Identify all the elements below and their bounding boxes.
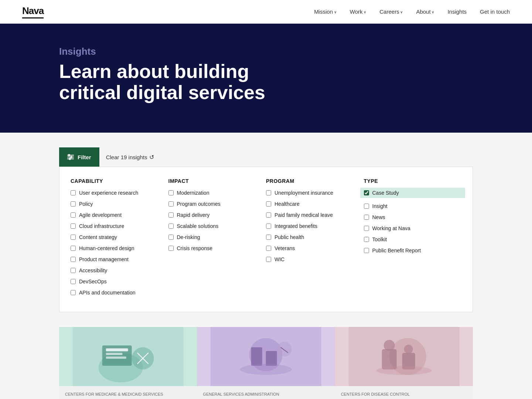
svg-point-21 <box>404 345 413 354</box>
filter-option[interactable]: Scalable solutions <box>168 223 266 229</box>
filter-button[interactable]: Filter <box>59 147 99 167</box>
reset-icon: ↺ <box>149 154 154 161</box>
filter-option[interactable]: Insight <box>364 203 462 209</box>
svg-rect-12 <box>266 351 277 366</box>
filter-col-capability: Capability User experience research Poli… <box>71 178 168 301</box>
clear-filters-button[interactable]: Clear 19 insights ↺ <box>106 154 154 161</box>
nav-link-work[interactable]: Work <box>350 8 366 15</box>
filter-button-label: Filter <box>78 154 91 160</box>
filter-option[interactable]: Rapid delivery <box>168 212 266 218</box>
card-2[interactable]: General Services Administration Case stu… <box>197 327 335 399</box>
card-label-3: Centers for Disease Control <box>341 392 467 396</box>
filter-option[interactable]: Public health <box>266 234 364 240</box>
impact-title: Impact <box>168 178 266 184</box>
filter-option[interactable]: Product management <box>71 256 168 262</box>
svg-rect-5 <box>106 357 126 359</box>
nav-link-careers[interactable]: Careers <box>379 8 403 15</box>
hero-section: Insights Learn about building critical d… <box>0 24 532 133</box>
card-image-3 <box>335 327 473 386</box>
navigation: Nava Mission Work Careers About Insights… <box>0 0 532 24</box>
filter-option[interactable]: Unemployment insurance <box>266 190 364 196</box>
filter-option[interactable]: Modernization <box>168 190 266 196</box>
filter-option[interactable]: Toolkit <box>364 236 462 242</box>
card-label-2: General Services Administration <box>203 392 329 396</box>
filter-col-program: Program Unemployment insurance Healthcar… <box>266 178 364 301</box>
card-body-3: Centers for Disease Control Case study t… <box>335 386 473 399</box>
card-image-2 <box>197 327 335 386</box>
filter-col-type: Type Case Study Insight News Working at … <box>364 178 462 301</box>
filter-option[interactable]: Program outcomes <box>168 201 266 207</box>
filter-option[interactable]: De-risking <box>168 234 266 240</box>
cards-row: Centers for Medicare & Medicaid Services… <box>59 327 473 399</box>
filter-col-impact: Impact Modernization Program outcomes Ra… <box>168 178 266 301</box>
svg-point-14 <box>277 342 292 357</box>
filter-option[interactable]: Human-centered design <box>71 245 168 251</box>
filter-option[interactable]: Content strategy <box>71 234 168 240</box>
filter-option[interactable]: Agile development <box>71 212 168 218</box>
hero-label: Insights <box>59 46 473 57</box>
filter-option[interactable]: Public Benefit Report <box>364 248 462 253</box>
filter-option[interactable]: Accessibility <box>71 267 168 273</box>
filter-option[interactable]: Integrated benefits <box>266 223 364 229</box>
filter-option[interactable]: Cloud infrastructure <box>71 223 168 229</box>
nav-link-get-in-touch[interactable]: Get in touch <box>480 8 510 15</box>
card-body-2: General Services Administration Case stu… <box>197 386 335 399</box>
filter-option[interactable]: Crisis response <box>168 245 266 251</box>
svg-rect-4 <box>106 353 123 355</box>
filter-panel: Capability User experience research Poli… <box>59 167 473 312</box>
card-3[interactable]: Centers for Disease Control Case study t… <box>335 327 473 399</box>
program-title: Program <box>266 178 364 184</box>
filter-option[interactable]: User experience research <box>71 190 168 196</box>
clear-label: Clear 19 insights <box>106 154 147 160</box>
filter-bar: Filter Clear 19 insights ↺ <box>59 147 473 167</box>
filter-option[interactable]: APIs and documentation <box>71 290 168 296</box>
filter-option[interactable]: Working at Nava <box>364 225 462 231</box>
filter-option[interactable]: Veterans <box>266 245 364 251</box>
nav-link-about[interactable]: About <box>416 8 434 15</box>
card-label-1: Centers for Medicare & Medicaid Services <box>65 392 191 396</box>
logo[interactable]: Nava <box>22 5 44 18</box>
nav-links: Mission Work Careers About Insights Get … <box>314 8 510 15</box>
filter-option-case-study[interactable]: Case Study <box>360 188 466 198</box>
filter-option[interactable]: Policy <box>71 201 168 207</box>
svg-point-22 <box>376 366 432 375</box>
svg-rect-11 <box>251 347 262 366</box>
filter-option[interactable]: News <box>364 214 462 220</box>
filter-option[interactable]: Paid family medical leave <box>266 212 364 218</box>
card-image-1 <box>59 327 197 386</box>
hero-title: Learn about building critical digital se… <box>59 61 288 103</box>
capability-title: Capability <box>71 178 168 184</box>
card-1[interactable]: Centers for Medicare & Medicaid Services… <box>59 327 197 399</box>
svg-point-13 <box>240 364 292 375</box>
card-body-1: Centers for Medicare & Medicaid Services… <box>59 386 197 399</box>
svg-point-19 <box>383 340 395 351</box>
filter-columns: Capability User experience research Poli… <box>71 178 461 301</box>
filter-option[interactable]: Healthcare <box>266 201 364 207</box>
nav-link-insights[interactable]: Insights <box>447 8 467 15</box>
content-area: Filter Clear 19 insights ↺ Capability Us… <box>0 133 532 399</box>
nav-link-mission[interactable]: Mission <box>314 8 337 15</box>
type-title: Type <box>364 178 462 184</box>
svg-rect-3 <box>106 348 128 351</box>
filter-option[interactable]: WIC <box>266 256 364 262</box>
filter-option[interactable]: DevSecOps <box>71 279 168 284</box>
filter-icon <box>67 155 74 159</box>
